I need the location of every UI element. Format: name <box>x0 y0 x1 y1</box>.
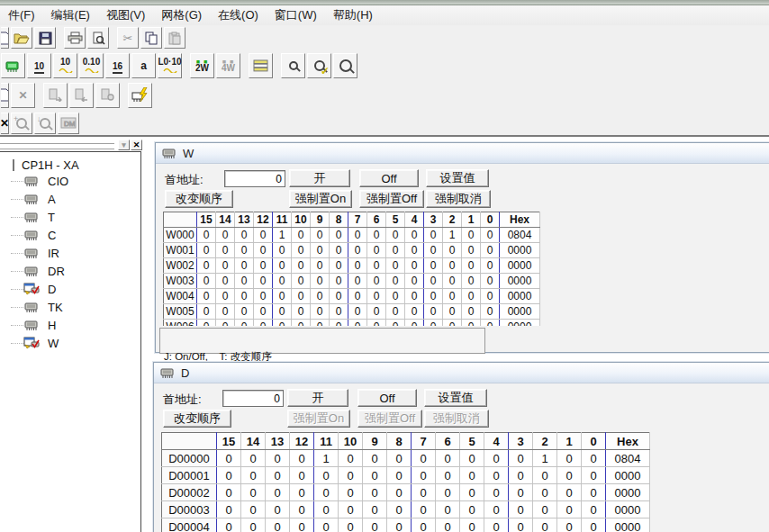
open-button[interactable] <box>11 27 32 49</box>
bit-cell[interactable]: 0 <box>367 243 386 258</box>
hex-value-cell[interactable]: 0000 <box>500 320 540 327</box>
address-grid-button[interactable] <box>249 53 273 78</box>
bit-cell[interactable]: 0 <box>481 320 500 327</box>
tree-root-cp1h[interactable]: CP1H - XA <box>0 152 140 172</box>
bit-cell[interactable]: 0 <box>462 258 481 274</box>
bit-cell[interactable]: 0 <box>330 228 348 243</box>
start-address-input[interactable] <box>224 170 285 187</box>
bit-cell[interactable]: 0 <box>481 243 500 258</box>
bit-cell[interactable]: 0 <box>424 304 443 320</box>
bit-cell[interactable]: 0 <box>235 320 254 327</box>
bit-cell[interactable]: 0 <box>292 289 311 304</box>
bit-cell[interactable]: 0 <box>235 289 254 304</box>
bit-cell[interactable]: 0 <box>412 501 436 518</box>
bit-cell[interactable]: 0 <box>348 274 367 289</box>
bit-cell[interactable]: 0 <box>348 228 367 243</box>
tree-item-dr[interactable]: DR <box>0 262 140 280</box>
bit-cell[interactable]: 0 <box>405 320 424 327</box>
bit-cell[interactable]: 0 <box>424 320 443 327</box>
bit-cell[interactable]: 0 <box>481 228 500 243</box>
bit-cell[interactable]: 0 <box>216 320 235 327</box>
bit-cell[interactable]: 0 <box>557 450 582 467</box>
bit-cell[interactable]: 0 <box>509 450 533 467</box>
bit-cell[interactable]: 0 <box>462 320 481 327</box>
bit-cell[interactable]: 0 <box>241 518 266 532</box>
bit-cell[interactable]: 0 <box>292 228 311 243</box>
bit-cell[interactable]: 0 <box>363 518 387 532</box>
hex-value-cell[interactable]: 0000 <box>500 289 540 304</box>
bit-cell[interactable]: 0 <box>339 518 363 532</box>
bit-cell[interactable]: 0 <box>412 518 436 532</box>
bit-cell[interactable]: 0 <box>443 289 462 304</box>
bit-cell[interactable]: 0 <box>273 304 292 320</box>
bit-cell[interactable]: 0 <box>367 320 386 327</box>
bit-cell[interactable]: 0 <box>424 243 443 258</box>
bit-cell[interactable]: 0 <box>348 304 367 320</box>
bit-cell[interactable]: 0 <box>424 228 443 243</box>
bit-cell[interactable]: 0 <box>266 450 290 467</box>
bit-cell[interactable]: 0 <box>462 228 481 243</box>
bit-cell[interactable]: 0 <box>484 501 509 518</box>
bit-cell[interactable]: 1 <box>443 228 462 243</box>
bit-cell[interactable]: 0 <box>412 484 436 501</box>
hex-value-cell[interactable]: 0000 <box>500 243 540 258</box>
bit-cell[interactable]: 0 <box>484 467 509 484</box>
hex-value-cell[interactable]: 0000 <box>500 304 540 320</box>
bit-cell[interactable]: 0 <box>363 467 387 484</box>
tree-item-c[interactable]: C <box>0 226 140 244</box>
bit-cell[interactable]: 0 <box>509 518 533 532</box>
bit-cell[interactable]: 0 <box>582 484 606 501</box>
change-order-button[interactable]: 改变顺序 <box>163 410 231 428</box>
hex-value-cell[interactable]: 0000 <box>606 484 650 501</box>
bit-cell[interactable]: 0 <box>582 450 606 467</box>
tree-item-w[interactable]: W <box>0 334 140 352</box>
bit-cell[interactable]: 0 <box>443 243 462 258</box>
bit-cell[interactable]: 0 <box>290 518 314 532</box>
copy-button[interactable] <box>140 27 162 49</box>
bit-cell[interactable]: 0 <box>241 467 266 484</box>
bit-cell[interactable]: 0 <box>273 274 292 289</box>
tree-item-t[interactable]: T <box>0 208 140 226</box>
bit-cell[interactable]: 0 <box>557 467 582 484</box>
bit-cell[interactable]: 0 <box>292 243 311 258</box>
bit-cell[interactable]: 0 <box>405 304 424 320</box>
bit-cell[interactable]: 0 <box>197 289 216 304</box>
bit-cell[interactable]: 0 <box>387 518 412 532</box>
bit-cell[interactable]: 0 <box>348 320 367 327</box>
force-off-button[interactable]: 强制置Off <box>359 190 424 208</box>
tree-item-a[interactable]: A <box>0 190 140 208</box>
bit-cell[interactable]: 0 <box>387 450 412 467</box>
start-address-input[interactable] <box>222 390 284 407</box>
bit-cell[interactable]: 0 <box>509 484 533 501</box>
bit-cell[interactable]: 0 <box>386 228 405 243</box>
print-preview-button[interactable] <box>87 27 109 49</box>
bit-cell[interactable]: 0 <box>481 304 500 320</box>
menu-item-1[interactable]: 编辑(E) <box>43 5 98 25</box>
bit-cell[interactable]: 0 <box>311 258 330 274</box>
bit-cell[interactable]: 0 <box>273 289 292 304</box>
bit-cell[interactable]: 0 <box>462 289 481 304</box>
bit-cell[interactable]: 0 <box>217 501 241 518</box>
panel-close-button[interactable]: ✕ <box>131 140 142 150</box>
bit-cell[interactable]: 0 <box>443 274 462 289</box>
bit-cell[interactable]: 0 <box>216 243 235 258</box>
bit-cell[interactable]: 0 <box>484 484 509 501</box>
bit-cell[interactable]: 0 <box>266 467 290 484</box>
bit-cell[interactable]: 0 <box>386 289 405 304</box>
bit-cell[interactable]: 0 <box>292 274 311 289</box>
hex-button[interactable]: 16 <box>105 53 130 78</box>
bit-cell[interactable]: 0 <box>348 258 367 274</box>
off-button[interactable]: Off <box>359 169 419 187</box>
print-button[interactable] <box>64 27 86 49</box>
off-button[interactable]: Off <box>357 389 417 407</box>
tree-item-cio[interactable]: CIO <box>0 172 140 190</box>
set-value-button[interactable]: 设置值 <box>426 169 489 187</box>
bit-cell[interactable]: 0 <box>254 228 273 243</box>
bit-cell[interactable]: 0 <box>314 467 339 484</box>
bit-cell[interactable]: 0 <box>405 274 424 289</box>
monitor-partial-button[interactable]: ✕ <box>1 113 9 134</box>
bit-cell[interactable]: 0 <box>216 304 235 320</box>
bit-cell[interactable]: 0 <box>462 274 481 289</box>
bit-cell[interactable]: 0 <box>266 518 290 532</box>
bit-cell[interactable]: 0 <box>197 304 216 320</box>
